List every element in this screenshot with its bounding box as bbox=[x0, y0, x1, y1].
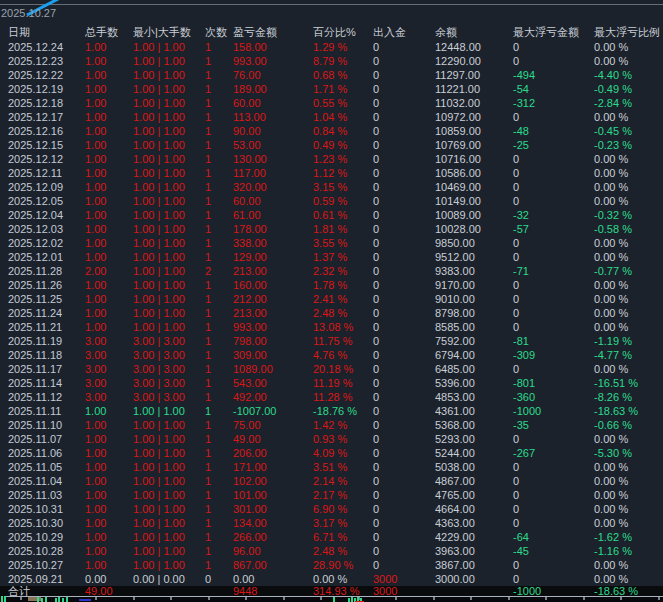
cell-maxpct: -0.77 % bbox=[594, 264, 663, 278]
table-row[interactable]: 2025.12.021.001.00 | 1.001338.003.55 %09… bbox=[0, 236, 663, 250]
cell-minmax: 3.00 | 3.00 bbox=[133, 334, 205, 348]
table-row[interactable]: 2025.12.051.001.00 | 1.00160.000.59 %010… bbox=[0, 194, 663, 208]
table-row[interactable]: 2025.12.041.001.00 | 1.00161.000.61 %010… bbox=[0, 208, 663, 222]
table-row[interactable]: 2025.12.111.001.00 | 1.001117.001.12 %01… bbox=[0, 166, 663, 180]
table-row[interactable]: 2025.12.241.001.00 | 1.001158.001.29 %01… bbox=[0, 40, 663, 54]
table-row[interactable]: 2025.10.301.001.00 | 1.001134.003.17 %04… bbox=[0, 516, 663, 530]
table-row[interactable]: 2025.11.041.001.00 | 1.001102.002.14 %04… bbox=[0, 474, 663, 488]
table-row[interactable]: 2025.09.210.000.00 | 0.0000.000.00 %3000… bbox=[0, 572, 663, 586]
table-row[interactable]: 2025.12.171.001.00 | 1.001113.001.04 %01… bbox=[0, 110, 663, 124]
table-row[interactable]: 2025.11.071.001.00 | 1.00149.000.93 %052… bbox=[0, 432, 663, 446]
cell-times: 1 bbox=[205, 432, 233, 446]
table-row[interactable]: 2025.11.031.001.00 | 1.001101.002.17 %04… bbox=[0, 488, 663, 502]
cell-times: 1 bbox=[205, 278, 233, 292]
cell-pnl: 171.00 bbox=[233, 460, 313, 474]
table-row[interactable]: 2025.12.121.001.00 | 1.001130.001.23 %01… bbox=[0, 152, 663, 166]
cell-times: 1 bbox=[205, 124, 233, 138]
table-row[interactable]: 2025.11.111.001.00 | 1.001-1007.00-18.76… bbox=[0, 404, 663, 418]
table-row[interactable]: 2025.11.241.001.00 | 1.001213.002.48 %08… bbox=[0, 306, 663, 320]
cell-inout: 0 bbox=[373, 166, 435, 180]
cell-total: 3.00 bbox=[85, 376, 133, 390]
cell-total: 1.00 bbox=[85, 250, 133, 264]
table-row[interactable]: 2025.11.143.003.00 | 3.001543.0011.19 %0… bbox=[0, 376, 663, 390]
cell-pnl: 117.00 bbox=[233, 166, 313, 180]
cell-minmax: 1.00 | 1.00 bbox=[133, 460, 205, 474]
cell-balance: 9512.00 bbox=[435, 250, 513, 264]
axis-tick bbox=[320, 597, 322, 600]
cell-inout: 0 bbox=[373, 320, 435, 334]
cell-pnl: 266.00 bbox=[233, 530, 313, 544]
cell-date: 合计 bbox=[0, 586, 85, 596]
cell-date: 2025.12.12 bbox=[0, 152, 85, 166]
cell-balance: 9850.00 bbox=[435, 236, 513, 250]
cell-pnl: 129.00 bbox=[233, 250, 313, 264]
table-row[interactable]: 2025.12.091.001.00 | 1.001320.003.15 %01… bbox=[0, 180, 663, 194]
cell-minmax: 1.00 | 1.00 bbox=[133, 432, 205, 446]
cell-pct: 11.19 % bbox=[313, 376, 373, 390]
totals-row[interactable]: 合计49.009448314.93 %3000-1000-18.63 % bbox=[0, 586, 663, 596]
table-row[interactable]: 2025.11.183.003.00 | 3.001309.004.76 %06… bbox=[0, 348, 663, 362]
cell-pnl: 178.00 bbox=[233, 222, 313, 236]
cell-pnl: 76.00 bbox=[233, 68, 313, 82]
table-row[interactable]: 2025.11.211.001.00 | 1.001993.0013.08 %0… bbox=[0, 320, 663, 334]
cell-maxloss: -71 bbox=[513, 264, 594, 278]
table-row[interactable]: 2025.11.173.003.00 | 3.0011089.0020.18 %… bbox=[0, 362, 663, 376]
cell-pct: 1.42 % bbox=[313, 418, 373, 432]
cell-times: 1 bbox=[205, 530, 233, 544]
cell-minmax: 1.00 | 1.00 bbox=[133, 54, 205, 68]
cell-total: 1.00 bbox=[85, 236, 133, 250]
table-row[interactable]: 2025.11.123.003.00 | 3.001492.0011.28 %0… bbox=[0, 390, 663, 404]
table-row[interactable]: 2025.12.031.001.00 | 1.001178.001.81 %01… bbox=[0, 222, 663, 236]
table-row[interactable]: 2025.10.291.001.00 | 1.001266.006.71 %04… bbox=[0, 530, 663, 544]
cell-total: 1.00 bbox=[85, 68, 133, 82]
table-row[interactable]: 2025.10.281.001.00 | 1.00196.002.48 %039… bbox=[0, 544, 663, 558]
table-header: 日期总手数最小|大手数次数盈亏金额百分比%出入金余额最大浮亏金额最大浮亏比例 bbox=[0, 24, 663, 40]
column-header-maxloss: 最大浮亏金额 bbox=[513, 24, 594, 40]
cell-pct: 8.79 % bbox=[313, 54, 373, 68]
cell-maxpct: -18.63 % bbox=[594, 404, 663, 418]
cell-inout: 0 bbox=[373, 544, 435, 558]
table-row[interactable]: 2025.12.221.001.00 | 1.00176.000.68 %011… bbox=[0, 68, 663, 82]
cell-inout: 0 bbox=[373, 474, 435, 488]
table-row[interactable]: 2025.11.251.001.00 | 1.001212.002.41 %09… bbox=[0, 292, 663, 306]
table-row[interactable]: 2025.11.193.003.00 | 3.001798.0011.75 %0… bbox=[0, 334, 663, 348]
cell-balance: 10469.00 bbox=[435, 180, 513, 194]
table-row[interactable]: 2025.12.011.001.00 | 1.001129.001.37 %09… bbox=[0, 250, 663, 264]
cell-maxloss: -1000 bbox=[513, 404, 594, 418]
table-row[interactable]: 2025.11.261.001.00 | 1.001160.001.78 %09… bbox=[0, 278, 663, 292]
table-row[interactable]: 2025.12.191.001.00 | 1.001189.001.71 %01… bbox=[0, 82, 663, 96]
cell-date: 2025.10.31 bbox=[0, 502, 85, 516]
cell-total: 1.00 bbox=[85, 82, 133, 96]
axis-tick bbox=[95, 597, 97, 600]
cell-inout: 0 bbox=[373, 390, 435, 404]
table-row[interactable]: 2025.11.282.001.00 | 1.002213.002.32 %09… bbox=[0, 264, 663, 278]
table-row[interactable]: 2025.10.271.001.00 | 1.001867.0028.90 %0… bbox=[0, 558, 663, 572]
cell-pnl: 212.00 bbox=[233, 292, 313, 306]
cell-maxloss: -801 bbox=[513, 376, 594, 390]
cell-inout: 0 bbox=[373, 488, 435, 502]
table-row[interactable]: 2025.12.151.001.00 | 1.00153.000.49 %010… bbox=[0, 138, 663, 152]
table-row[interactable]: 2025.11.061.001.00 | 1.001206.004.09 %05… bbox=[0, 446, 663, 460]
table-row[interactable]: 2025.12.231.001.00 | 1.001993.008.79 %01… bbox=[0, 54, 663, 68]
cell-pnl: 338.00 bbox=[233, 236, 313, 250]
table-row[interactable]: 2025.10.311.001.00 | 1.001301.006.90 %04… bbox=[0, 502, 663, 516]
cell-balance: 11297.00 bbox=[435, 68, 513, 82]
cell-inout: 0 bbox=[373, 194, 435, 208]
table-row[interactable]: 2025.11.101.001.00 | 1.00175.001.42 %053… bbox=[0, 418, 663, 432]
cell-maxloss: -48 bbox=[513, 124, 594, 138]
cell-times: 1 bbox=[205, 390, 233, 404]
table-row[interactable]: 2025.12.181.001.00 | 1.00160.000.55 %011… bbox=[0, 96, 663, 110]
cell-date: 2025.12.05 bbox=[0, 194, 85, 208]
cell-total: 1.00 bbox=[85, 432, 133, 446]
cell-balance: 3963.00 bbox=[435, 544, 513, 558]
cell-date: 2025.11.12 bbox=[0, 390, 85, 404]
cell-total: 49.00 bbox=[85, 586, 133, 596]
cell-pct: 0.49 % bbox=[313, 138, 373, 152]
cell-inout: 0 bbox=[373, 306, 435, 320]
cell-pnl: 206.00 bbox=[233, 446, 313, 460]
cell-pct: 3.17 % bbox=[313, 516, 373, 530]
cell-date: 2025.11.19 bbox=[0, 334, 85, 348]
cell-balance: 5396.00 bbox=[435, 376, 513, 390]
table-row[interactable]: 2025.11.051.001.00 | 1.001171.003.51 %05… bbox=[0, 460, 663, 474]
table-row[interactable]: 2025.12.161.001.00 | 1.00190.000.84 %010… bbox=[0, 124, 663, 138]
